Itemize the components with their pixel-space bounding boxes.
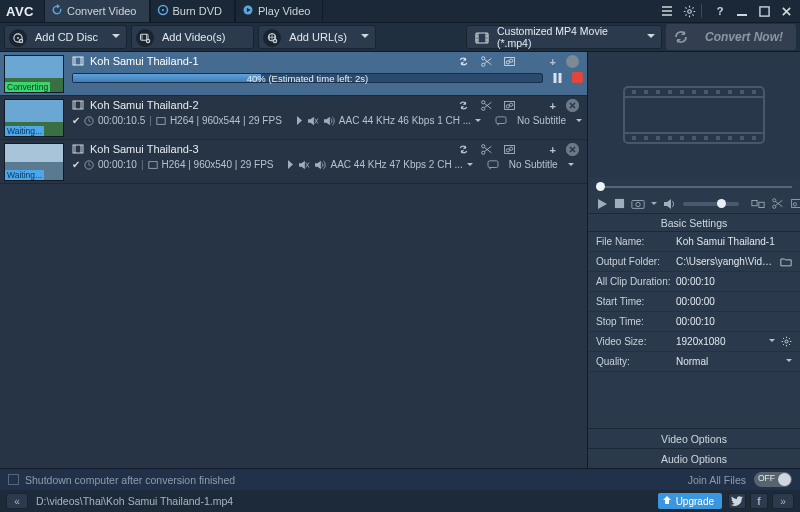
upgrade-button[interactable]: Upgrade — [658, 493, 722, 509]
scissors-icon[interactable] — [480, 55, 493, 68]
effects-icon[interactable] — [790, 197, 800, 211]
tab-burn-dvd[interactable]: Burn DVD — [150, 0, 236, 22]
chevron-down-icon[interactable] — [786, 359, 792, 365]
output-profile-select[interactable]: Customized MP4 Movie (*.mp4) — [466, 25, 662, 49]
status-badge: Waiting... — [5, 126, 44, 136]
chevron-down-icon[interactable] — [467, 163, 473, 169]
audio-options-header[interactable]: Audio Options — [588, 448, 800, 468]
tab-convert-video[interactable]: Convert Video — [44, 0, 150, 22]
maximize-icon[interactable] — [756, 3, 772, 19]
chevron-down-icon[interactable] — [769, 339, 775, 345]
button-label: Convert Now! — [705, 30, 783, 44]
gear-icon[interactable] — [781, 336, 792, 347]
item-subtitle[interactable]: No Subtitle — [511, 115, 572, 126]
list-item[interactable]: Waiting... Koh Samui Thailand-2 + ✔ — [0, 96, 587, 140]
gear-icon[interactable] — [681, 3, 697, 19]
snapshot-icon[interactable] — [631, 197, 645, 211]
svg-rect-60 — [680, 136, 684, 140]
play-icon — [242, 4, 254, 16]
quality-select[interactable]: Normal — [676, 356, 786, 367]
chevron-down-icon[interactable] — [568, 163, 574, 169]
folder-icon[interactable] — [780, 257, 792, 267]
chevron-right-icon[interactable] — [287, 160, 294, 169]
menu-icon[interactable] — [659, 3, 675, 19]
facebook-icon[interactable]: f — [750, 493, 768, 509]
chevron-down-icon[interactable] — [651, 202, 657, 208]
chevron-right-icon[interactable] — [296, 116, 303, 125]
chevron-down-icon[interactable] — [576, 119, 582, 125]
remove-icon[interactable] — [566, 55, 579, 68]
video-options-header[interactable]: Video Options — [588, 428, 800, 448]
film-icon — [72, 143, 84, 155]
filename-value[interactable]: Koh Samui Thailand-1 — [676, 236, 792, 247]
help-icon[interactable]: ? — [712, 3, 728, 19]
svg-rect-20 — [554, 73, 557, 83]
svg-point-3 — [687, 9, 691, 13]
prev-button[interactable]: « — [6, 493, 28, 509]
join-all-files-toggle[interactable]: OFF — [754, 472, 792, 487]
chevron-down-icon[interactable] — [475, 119, 481, 125]
check-icon[interactable]: ✔ — [72, 159, 80, 170]
add-icon[interactable]: + — [550, 100, 556, 112]
svg-rect-59 — [668, 136, 672, 140]
effects-icon[interactable] — [503, 143, 516, 156]
add-icon[interactable]: + — [550, 56, 556, 68]
film-icon — [72, 99, 84, 111]
cycle-icon[interactable] — [457, 55, 470, 68]
close-icon[interactable] — [778, 3, 794, 19]
svg-point-69 — [636, 202, 640, 206]
minimize-icon[interactable] — [734, 3, 750, 19]
list-item[interactable]: Waiting... Koh Samui Thailand-3 + ✔ — [0, 140, 587, 184]
scissors-icon[interactable] — [771, 197, 784, 211]
check-icon[interactable]: ✔ — [72, 115, 80, 126]
cycle-icon[interactable] — [457, 143, 470, 156]
cycle-icon[interactable] — [457, 99, 470, 112]
stop-icon[interactable] — [614, 197, 625, 211]
chevron-down-icon — [647, 34, 655, 42]
add-urls-button[interactable]: Add URL(s) — [258, 25, 375, 49]
add-videos-button[interactable]: Add Video(s) — [131, 25, 254, 49]
add-cd-disc-button[interactable]: Add CD Disc — [4, 25, 127, 49]
shutdown-checkbox[interactable] — [8, 474, 19, 485]
svg-rect-54 — [740, 90, 744, 94]
remove-icon[interactable] — [566, 143, 579, 156]
next-button[interactable]: » — [772, 493, 794, 509]
speaker-icon[interactable] — [663, 197, 677, 211]
convert-now-button[interactable]: Convert Now! — [666, 24, 796, 50]
svg-rect-58 — [656, 136, 660, 140]
tab-play-video[interactable]: Play Video — [235, 0, 323, 22]
svg-point-7 — [17, 37, 19, 39]
join-all-files-label: Join All Files — [688, 474, 746, 486]
subtitle-icon — [487, 160, 499, 170]
settings-row-stop-time: Stop Time:00:00:10 — [588, 312, 800, 332]
film-add-icon — [136, 29, 154, 47]
mute-icon[interactable] — [307, 116, 319, 126]
twitter-icon[interactable] — [728, 493, 746, 509]
item-title: Koh Samui Thailand-2 — [90, 99, 199, 111]
stop-icon[interactable] — [572, 72, 583, 83]
item-video-meta: H264 | 960x544 | 29 FPS — [170, 115, 282, 126]
svg-rect-47 — [656, 90, 660, 94]
preview-seek-slider[interactable] — [596, 182, 792, 192]
scissors-icon[interactable] — [480, 99, 493, 112]
loop-icon[interactable] — [751, 197, 765, 211]
video-size-select[interactable]: 1920x1080 — [676, 336, 769, 347]
scissors-icon[interactable] — [480, 143, 493, 156]
effects-icon[interactable] — [503, 99, 516, 112]
status-badge: Converting — [5, 82, 50, 92]
effects-icon[interactable] — [503, 55, 516, 68]
pause-icon[interactable] — [551, 71, 564, 84]
volume-slider[interactable] — [683, 202, 739, 206]
add-icon[interactable]: + — [550, 144, 556, 156]
item-subtitle[interactable]: No Subtitle — [503, 159, 564, 170]
svg-rect-68 — [632, 200, 644, 208]
tab-label: Convert Video — [67, 5, 137, 17]
settings-row-quality: Quality:Normal — [588, 352, 800, 372]
mute-icon[interactable] — [298, 160, 310, 170]
list-item[interactable]: Converting Koh Samui Thailand-1 + — [0, 52, 587, 96]
output-folder-value[interactable]: C:\Users\yangh\Videos... — [676, 256, 780, 267]
remove-icon[interactable] — [566, 99, 579, 112]
speaker-icon — [323, 116, 335, 126]
play-icon[interactable] — [596, 197, 608, 211]
svg-point-1 — [161, 9, 163, 11]
